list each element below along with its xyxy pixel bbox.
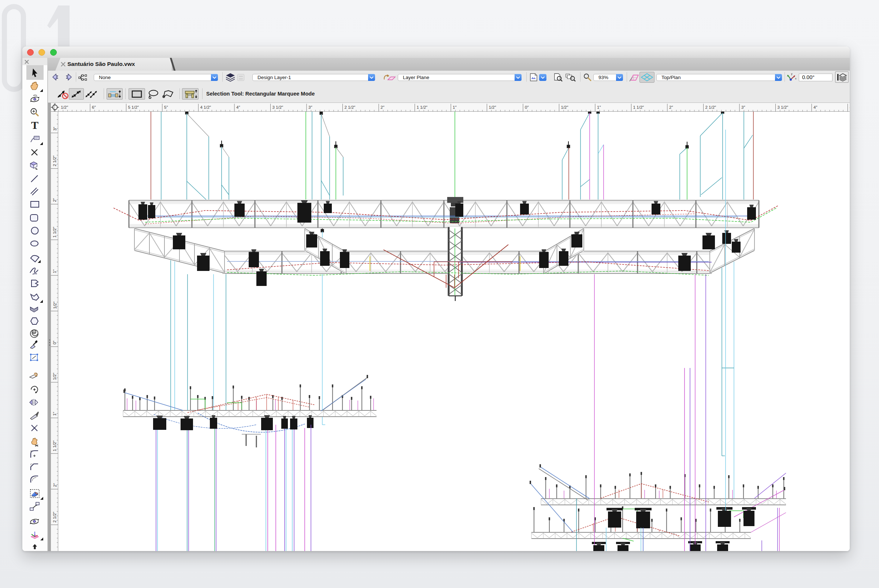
svg-text:2″: 2″	[380, 105, 384, 109]
svg-text:6″: 6″	[92, 105, 96, 109]
svg-text:1 1/2″: 1 1/2″	[416, 105, 427, 109]
svg-text:4″: 4″	[236, 105, 240, 109]
svg-text:4 1/2″: 4 1/2″	[200, 105, 211, 109]
svg-text:3 1/2″: 3 1/2″	[272, 105, 283, 109]
svg-text:1/2″: 1/2″	[61, 105, 68, 109]
svg-text:1″: 1″	[453, 105, 456, 109]
svg-text:3″: 3″	[308, 105, 312, 109]
svg-text:1/2″: 1/2″	[53, 373, 57, 380]
svg-text:0″: 0″	[53, 340, 57, 344]
svg-text:y: y	[791, 72, 793, 75]
svg-text:1 1/2″: 1 1/2″	[633, 105, 644, 109]
svg-text:2″: 2″	[669, 105, 673, 109]
svg-text:1/2″: 1/2″	[488, 105, 496, 109]
svg-text:3″: 3″	[53, 127, 57, 131]
svg-text:5 1/2″: 5 1/2″	[128, 105, 139, 109]
svg-text:2″: 2″	[53, 483, 57, 487]
svg-text:4″: 4″	[813, 105, 817, 109]
svg-text:3″: 3″	[741, 105, 745, 109]
svg-text:1″: 1″	[53, 270, 57, 273]
svg-text:2 1/2″: 2 1/2″	[344, 105, 355, 109]
svg-text:1″: 1″	[53, 412, 57, 416]
svg-text:1″: 1″	[597, 105, 601, 109]
svg-text:4 1/2″: 4 1/2″	[849, 105, 850, 109]
svg-text:5″: 5″	[164, 105, 168, 109]
svg-text:2 1/2″: 2 1/2″	[53, 512, 57, 523]
svg-text:1 1/2″: 1 1/2″	[53, 441, 57, 452]
svg-text:T: T	[31, 119, 39, 131]
svg-text:2 1/2″: 2 1/2″	[705, 105, 716, 109]
svg-text:2 1/2″: 2 1/2″	[53, 156, 57, 166]
svg-text:2″: 2″	[53, 198, 57, 202]
svg-text:0″: 0″	[525, 105, 529, 109]
svg-text:3 1/2″: 3 1/2″	[777, 105, 788, 109]
svg-text:1 1/2″: 1 1/2″	[53, 226, 57, 238]
svg-text:1/2″: 1/2″	[53, 302, 57, 309]
svg-text:x: x	[795, 77, 796, 80]
svg-text:1/2″: 1/2″	[561, 105, 568, 109]
